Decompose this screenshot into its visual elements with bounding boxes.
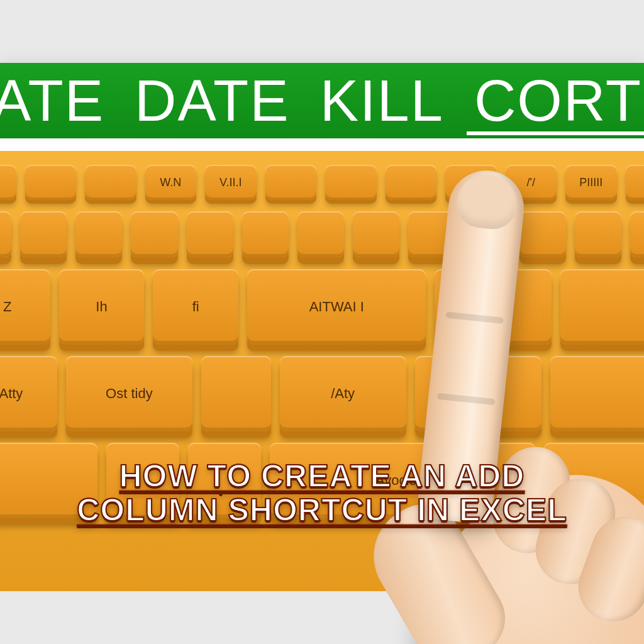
keyboard-key: W.N (145, 165, 197, 200)
keyboard-key: V.II.I (205, 165, 257, 200)
keyboard-key (25, 165, 77, 200)
keyboard-key: O|K (0, 165, 16, 200)
keyboard-key (297, 211, 344, 258)
keyboard-key (242, 211, 289, 258)
green-title-bar: ATE DATE KILL CORTE (0, 63, 644, 138)
keyboard-key (386, 165, 437, 200)
headline-line-2: COLUMN SHORTCUT IN EXCEL (0, 493, 644, 527)
keyboard-key (435, 269, 551, 345)
keyboard-key: AITWAI I (247, 269, 426, 345)
title-word-corte: CORTE (474, 68, 644, 134)
title-word-kill: KILL (320, 68, 444, 134)
keyboard-key: /'/ (506, 165, 557, 200)
headline-line-1: HOW TO CREATE AN ADD (0, 459, 644, 493)
keyboard-key: fi (153, 269, 238, 345)
keyboard-key: /Aty (280, 356, 406, 431)
keyboard-key (325, 165, 377, 200)
keyboard-key (187, 211, 233, 258)
keyboard-key: PIIIII (565, 165, 617, 200)
keyboard-key (519, 211, 566, 258)
keyboard-function-row: O|K W.N V.II.I III /'/ PIIIII (0, 165, 644, 200)
keyboard-key: Atty (0, 356, 57, 431)
keyboard-key (265, 165, 317, 200)
keyboard-key: III (445, 165, 497, 200)
title-word-date: DATE (135, 68, 290, 134)
keyboard-key (131, 211, 177, 258)
keyboard-key (464, 211, 510, 258)
keyboard-key (20, 211, 67, 258)
keyboard-row: Atty Ost tidy /Aty (0, 356, 644, 431)
keyboard-row (0, 211, 644, 258)
keyboard-key: Z (0, 269, 50, 345)
keyboard-key: Ih (59, 269, 145, 345)
keyboard-key (353, 211, 399, 258)
keyboard-key (626, 165, 645, 200)
overlay-headline: HOW TO CREATE AN ADD COLUMN SHORTCUT IN … (0, 459, 644, 527)
keyboard-key (85, 165, 136, 200)
title-word-ate: ATE (0, 68, 104, 134)
keyboard-row: Z Ih fi AITWAI I (0, 269, 644, 345)
keyboard-key (560, 269, 644, 345)
keyboard-key (201, 356, 271, 431)
keyboard-key (575, 211, 621, 258)
keyboard-key (0, 211, 11, 258)
keyboard-key: Ost tidy (66, 356, 192, 431)
keyboard-key (75, 211, 122, 258)
keyboard-key (408, 211, 455, 258)
keyboard-key (415, 356, 541, 431)
keyboard-key (550, 356, 644, 431)
keyboard-key (630, 211, 644, 258)
